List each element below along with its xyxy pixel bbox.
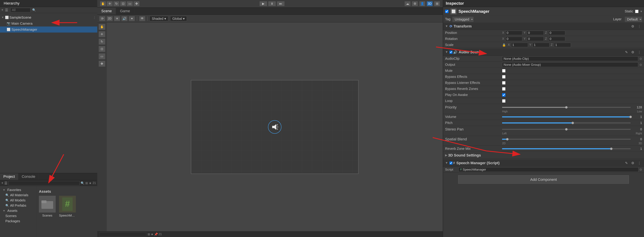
asset-item-scenes[interactable]: Scenes	[39, 196, 56, 218]
3d-sound-section-header[interactable]: ▶ 3D Sound Settings	[443, 152, 644, 159]
all-materials-item[interactable]: 🔍 All Materials	[1, 192, 36, 198]
audioclip-target-icon[interactable]: ⊙	[640, 57, 642, 60]
all-models-item[interactable]: 🔍 All Models	[1, 198, 36, 203]
audioclip-field[interactable]: None (Audio Clip)	[502, 56, 638, 61]
scene-scale-btn[interactable]: ⊡	[98, 46, 105, 52]
play-btn[interactable]: ▶	[260, 1, 267, 6]
layers-btn[interactable]: 3D	[427, 1, 433, 6]
add-component-button[interactable]: Add Component	[458, 175, 629, 184]
scenes-item[interactable]: Scenes	[1, 213, 36, 218]
scene-rect-btn[interactable]: ▭	[98, 53, 105, 60]
speech-manager-enabled-checkbox[interactable]	[450, 162, 452, 164]
static-checkbox[interactable]	[635, 10, 638, 13]
rotation-y-input[interactable]	[527, 37, 544, 41]
project-star-icon[interactable]: ★	[89, 181, 92, 185]
script-target-icon[interactable]: ⊙	[640, 168, 642, 172]
hierarchy-tab[interactable]: Hierarchy	[2, 1, 21, 6]
project-layout-icon[interactable]: ⊞	[85, 181, 88, 185]
rotation-z-input[interactable]	[548, 37, 565, 41]
shading-mode-dropdown[interactable]: Shaded ▾	[150, 16, 168, 21]
hierarchy-scene-item[interactable]: ▼ ⬜ SampleScene ⋮	[0, 14, 97, 20]
grid-mode-dropdown[interactable]: Global ▾	[170, 16, 187, 21]
scene-hand-btn[interactable]: ✋	[98, 24, 105, 30]
scene-audio-btn[interactable]: 🔊	[122, 16, 128, 21]
packages-item[interactable]: Packages	[1, 218, 36, 224]
audio-source-section-header[interactable]: ▼ 🔊 Audio Source ✎ ⚙ ⋮	[443, 49, 644, 56]
mute-checkbox[interactable]	[502, 69, 506, 72]
volume-slider[interactable]	[502, 116, 630, 118]
transform-settings-btn[interactable]: ⚙	[630, 24, 635, 29]
reverb-zone-thumb[interactable]	[610, 148, 612, 150]
step-btn[interactable]: ⏭	[277, 1, 284, 6]
rect-tool-btn[interactable]: ▭	[127, 1, 133, 6]
bypass-effects-checkbox[interactable]	[502, 75, 506, 78]
audio-source-context-btn[interactable]: ⋮	[636, 50, 642, 54]
speech-manager-settings-btn[interactable]: ⚙	[630, 161, 635, 166]
project-search[interactable]	[8, 181, 80, 185]
pause-btn[interactable]: ⏸	[268, 1, 276, 6]
transform-tool-btn[interactable]: ✤	[134, 1, 140, 6]
hierarchy-search[interactable]	[10, 8, 30, 12]
scene-hidden-btn[interactable]: 👁	[139, 16, 145, 21]
stereo-pan-thumb[interactable]	[565, 128, 568, 130]
position-z-input[interactable]	[548, 31, 565, 35]
layer-dropdown[interactable]: Default	[625, 17, 642, 22]
scale-x-input[interactable]	[511, 43, 528, 47]
hierarchy-add-btn[interactable]: +	[1, 8, 3, 12]
bypass-listener-checkbox[interactable]	[502, 81, 506, 84]
speech-manager-context-btn[interactable]: ⋮	[636, 161, 642, 166]
services-btn[interactable]: ⚙	[412, 1, 418, 6]
output-field[interactable]: None (Audio Mixer Group)	[502, 62, 638, 67]
scale-z-input[interactable]	[554, 43, 571, 47]
hierarchy-item-camera[interactable]: 📷 Main Camera	[0, 20, 97, 26]
spatial-blend-thumb[interactable]	[506, 138, 508, 140]
scene-tab[interactable]: Scene	[97, 8, 116, 14]
project-menu-btn[interactable]: ☰	[4, 181, 8, 185]
object-active-checkbox[interactable]	[445, 10, 448, 13]
reverb-zone-slider[interactable]	[502, 148, 630, 149]
game-tab[interactable]: Game	[116, 8, 134, 14]
position-y-input[interactable]	[527, 31, 544, 35]
transform-context-btn[interactable]: ⋮	[636, 24, 642, 29]
scene-rotate-btn[interactable]: ↻	[98, 38, 105, 44]
static-dropdown-arrow[interactable]: ▾	[640, 10, 642, 13]
speech-manager-edit-btn[interactable]: ✎	[624, 161, 629, 166]
object-name[interactable]: SpeechManager	[458, 9, 623, 14]
layout-btn[interactable]: ⊞	[434, 1, 440, 6]
assets-item[interactable]: ▼ Assets	[1, 208, 36, 213]
all-prefabs-item[interactable]: 🔍 All Prefabs	[1, 203, 36, 208]
scene-menu-icon[interactable]: ⋮	[93, 16, 96, 19]
scale-tool-btn[interactable]: ⊡	[120, 1, 126, 6]
rotation-x-input[interactable]	[506, 37, 522, 41]
play-on-awake-checkbox[interactable]	[502, 93, 506, 96]
hierarchy-item-speechmanager[interactable]: ⬜ SpeechManager	[0, 26, 97, 32]
bypass-reverb-checkbox[interactable]	[502, 87, 506, 90]
hierarchy-menu-btn[interactable]: ☰	[5, 8, 8, 12]
loop-checkbox[interactable]	[502, 99, 506, 103]
rotate-tool-btn[interactable]: ↻	[113, 1, 120, 6]
scene-2d-btn[interactable]: 2D	[107, 16, 113, 21]
scene-object-speechmanager[interactable]	[270, 122, 280, 132]
scene-gizmo-btn[interactable]: ⟳	[99, 16, 105, 21]
priority-thumb[interactable]	[565, 106, 568, 108]
spatial-blend-slider[interactable]	[502, 139, 630, 140]
scene-move-btn[interactable]: ✛	[98, 31, 105, 37]
scene-light-btn[interactable]: ☀	[114, 16, 120, 21]
scale-y-input[interactable]	[533, 43, 550, 47]
favorites-item[interactable]: ▼ Favorites	[1, 187, 36, 192]
hand-tool-btn[interactable]: ✋	[100, 1, 106, 6]
priority-slider[interactable]	[502, 107, 630, 108]
audio-source-settings-btn[interactable]: ⚙	[630, 50, 635, 54]
tag-dropdown[interactable]: Untagged	[452, 17, 474, 22]
project-add-btn[interactable]: +	[1, 181, 3, 185]
stereo-pan-slider[interactable]	[502, 129, 630, 130]
audio-source-enabled-checkbox[interactable]	[450, 51, 452, 54]
asset-item-speechmanager[interactable]: # SpeechMa...	[59, 196, 76, 218]
speech-manager-section-header[interactable]: ▼ # Speech Manager (Script) ✎ ⚙ ⋮	[443, 160, 644, 166]
account-btn[interactable]: 👤	[419, 1, 425, 6]
output-target-icon[interactable]: ⊙	[640, 63, 642, 66]
volume-thumb[interactable]	[630, 116, 632, 118]
scene-vfx-btn[interactable]: ✦	[129, 16, 135, 21]
project-tab[interactable]: Project	[0, 173, 18, 180]
pitch-thumb[interactable]	[572, 122, 574, 124]
